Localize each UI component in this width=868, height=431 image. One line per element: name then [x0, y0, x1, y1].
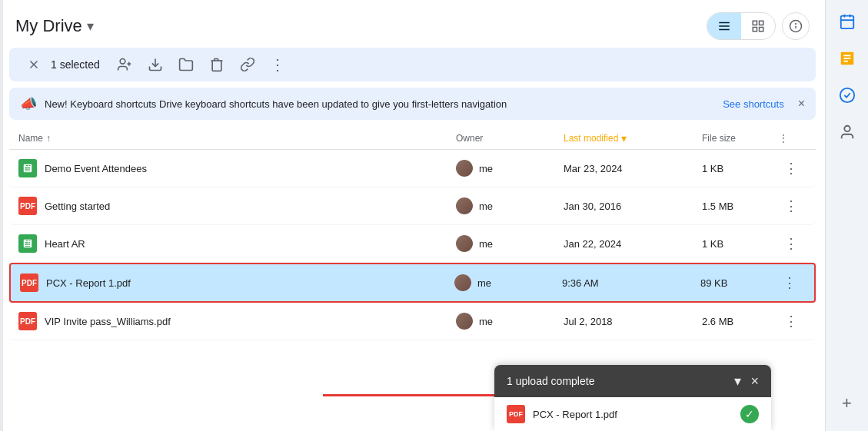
size-cell: 1 KB [702, 163, 779, 174]
upload-close-button[interactable]: × [750, 373, 759, 390]
delete-button[interactable] [203, 51, 231, 78]
upload-header: 1 upload complete ▾ × [494, 365, 771, 397]
share-button[interactable] [111, 51, 138, 78]
copy-link-button[interactable] [234, 51, 261, 78]
svg-point-12 [120, 59, 125, 65]
see-shortcuts-link[interactable]: See shortcuts [723, 98, 784, 110]
date-cell: Jul 2, 2018 [564, 316, 702, 327]
svg-rect-3 [753, 21, 757, 25]
file-name: VIP Invite pass_Williams.pdf [45, 316, 171, 327]
upload-collapse-button[interactable]: ▾ [734, 373, 741, 390]
sidebar-notes-button[interactable] [832, 43, 863, 74]
title-dropdown-arrow[interactable]: ▾ [87, 18, 94, 35]
table-row[interactable]: PDF VIP Invite pass_Williams.pdf me Jul … [9, 303, 816, 340]
sheets-icon [18, 234, 37, 253]
pdf-icon: PDF [18, 197, 37, 215]
file-name: Getting started [45, 201, 110, 212]
owner-cell: me [456, 235, 564, 252]
avatar [456, 313, 473, 330]
sidebar-add-button[interactable]: + [832, 388, 863, 419]
drive-title[interactable]: My Drive ▾ [15, 16, 94, 36]
owner-column-header: Owner [456, 133, 564, 144]
info-button[interactable] [782, 12, 810, 40]
size-cell: 1.5 MB [702, 201, 779, 212]
svg-point-24 [840, 88, 853, 102]
file-name-cell: PDF PCX - Report 1.pdf [20, 274, 454, 292]
move-button[interactable] [172, 51, 200, 78]
avatar [454, 274, 471, 291]
grid-view-button[interactable] [741, 12, 775, 40]
avatar [456, 235, 473, 252]
file-name: PCX - Report 1.pdf [46, 277, 131, 289]
arrow-indicator [323, 394, 523, 396]
file-list: Name ↑ Owner Last modified ▾ File size ⋮… [0, 128, 825, 340]
date-cell: Jan 30, 2016 [564, 201, 702, 212]
title-text: My Drive [15, 16, 82, 36]
sidebar-contacts-button[interactable] [832, 117, 863, 148]
file-name: Demo Event Attendees [45, 163, 147, 174]
name-column-header[interactable]: Name ↑ [18, 133, 456, 144]
svg-rect-16 [840, 16, 853, 28]
file-name-cell: Demo Event Attendees [18, 159, 456, 177]
date-cell: 9:36 AM [562, 277, 700, 289]
row-more-button[interactable]: ⋮ [779, 309, 803, 333]
date-cell: Jan 22, 2024 [564, 238, 702, 250]
owner-cell: me [456, 313, 564, 330]
svg-point-25 [844, 126, 850, 131]
table-row[interactable]: Heart AR me Jan 22, 2024 1 KB ⋮ [9, 225, 816, 263]
banner-close-button[interactable]: × [798, 97, 805, 111]
file-name-cell: PDF Getting started [18, 197, 456, 215]
upload-header-actions: ▾ × [734, 373, 759, 390]
sheets-icon [18, 159, 37, 177]
view-toggle [707, 12, 776, 40]
size-cell: 89 KB [700, 277, 777, 289]
svg-rect-5 [753, 28, 757, 31]
list-view-button[interactable] [707, 12, 741, 40]
right-sidebar: + [825, 0, 868, 431]
upload-check-icon: ✓ [740, 405, 759, 423]
selected-count: 1 selected [51, 58, 100, 71]
toolbar-more-button[interactable]: ⋮ [264, 51, 292, 78]
banner-text: New! Keyboard shortcuts Drive keyboard s… [45, 98, 715, 110]
table-row[interactable]: PDF Getting started me Jan 30, 2016 1.5 … [9, 187, 816, 225]
sidebar-calendar-button[interactable] [832, 6, 863, 37]
header-actions [707, 12, 810, 40]
upload-complete-popup: 1 upload complete ▾ × PDF PCX - Report 1… [494, 365, 771, 431]
toolbar-actions: ⋮ [111, 51, 292, 78]
pdf-icon: PDF [20, 274, 38, 292]
owner-cell: me [456, 160, 564, 177]
file-name-cell: Heart AR [18, 234, 456, 253]
row-more-button[interactable]: ⋮ [779, 194, 803, 218]
banner-icon: 📣 [20, 95, 37, 112]
row-more-button[interactable]: ⋮ [779, 156, 803, 181]
file-name: Heart AR [45, 238, 85, 250]
owner-cell: me [456, 197, 564, 214]
more-column-header: ⋮ [779, 133, 806, 144]
upload-item: PDF PCX - Report 1.pdf ✓ [494, 397, 771, 431]
file-name-cell: PDF VIP Invite pass_Williams.pdf [18, 312, 456, 330]
size-cell: 2.6 MB [702, 316, 779, 327]
avatar [456, 160, 473, 177]
avatar [456, 197, 473, 214]
upload-title: 1 upload complete [507, 375, 594, 387]
svg-rect-6 [760, 28, 763, 31]
owner-cell: me [454, 274, 562, 291]
file-list-header: Name ↑ Owner Last modified ▾ File size ⋮ [9, 128, 816, 150]
upload-item-icon: PDF [507, 405, 525, 423]
last-modified-column-header[interactable]: Last modified ▾ [564, 132, 702, 144]
table-row[interactable]: PDF PCX - Report 1.pdf me 9:36 AM 89 KB … [9, 263, 816, 303]
pdf-icon: PDF [18, 312, 37, 330]
sidebar-tasks-button[interactable] [832, 80, 863, 111]
selection-toolbar: 1 selected [9, 48, 816, 81]
size-cell: 1 KB [702, 238, 779, 250]
file-size-column-header: File size [702, 133, 779, 144]
row-more-button[interactable]: ⋮ [777, 270, 802, 295]
row-more-button[interactable]: ⋮ [779, 231, 803, 256]
table-row[interactable]: Demo Event Attendees me Mar 23, 2024 1 K… [9, 150, 816, 187]
close-selection-button[interactable] [22, 52, 46, 77]
download-button[interactable] [141, 51, 169, 78]
keyboard-shortcuts-banner: 📣 New! Keyboard shortcuts Drive keyboard… [9, 88, 816, 120]
header: My Drive ▾ [0, 0, 825, 48]
svg-rect-4 [760, 21, 763, 25]
upload-item-name: PCX - Report 1.pdf [533, 409, 733, 420]
